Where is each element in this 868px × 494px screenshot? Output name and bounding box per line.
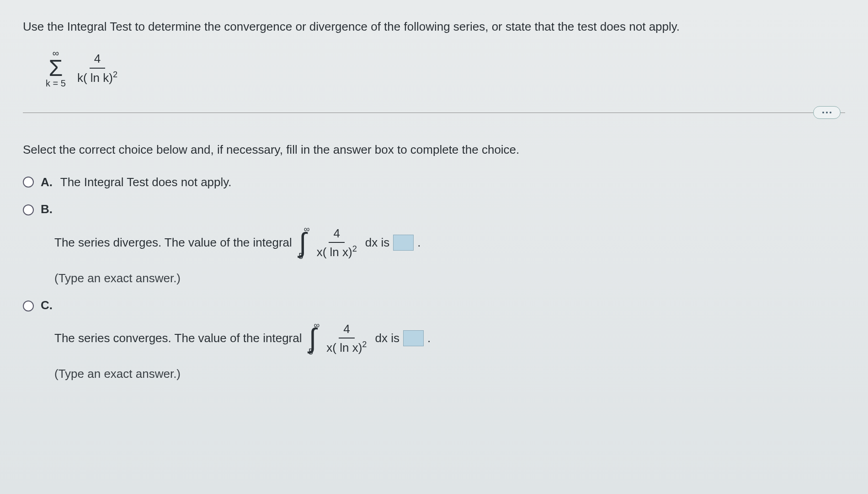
choice-b-dx-is: dx is [365, 236, 389, 250]
problem-statement: Use the Integral Test to determine the c… [23, 18, 845, 35]
sigma-glyph: Σ [49, 57, 63, 80]
choice-a-letter: A. [41, 175, 53, 189]
sigma-lower-bound: k = 5 [46, 79, 66, 88]
int-frac-num-b: 4 [329, 226, 344, 243]
sigma-symbol: ∞ Σ k = 5 [46, 48, 66, 88]
choice-c-period: . [427, 331, 431, 345]
series-expression: ∞ Σ k = 5 4 k( ln k)2 [46, 48, 845, 88]
choice-c-integral: ∞ ∫ 5 4 x( ln x)2 [306, 322, 372, 355]
choice-a-text: The Integral Test does not apply. [60, 175, 232, 189]
choice-b-prefix: The series diverges. The value of the in… [54, 236, 292, 250]
choice-a: A. The Integral Test does not apply. [23, 175, 845, 189]
radio-a[interactable] [23, 177, 34, 188]
choice-b-letter: B. [41, 202, 53, 216]
int-lower-c: 5 [309, 348, 313, 355]
more-options-button[interactable] [813, 106, 841, 119]
choice-b-period: . [417, 236, 421, 250]
fraction-denominator: k( ln k)2 [73, 69, 122, 85]
int-frac-num-c: 4 [339, 322, 354, 338]
choice-c: C. The series converges. The value of th… [23, 299, 845, 381]
choice-b-integral: ∞ ∫ 5 4 x( ln x)2 [296, 226, 362, 259]
choice-b: B. The series diverges. The value of the… [23, 203, 845, 285]
answer-input-b[interactable] [393, 235, 414, 251]
divider-row [23, 106, 845, 120]
choice-c-hint: (Type an exact answer.) [54, 367, 845, 381]
radio-c[interactable] [23, 301, 34, 311]
choice-c-prefix: The series converges. The value of the i… [54, 331, 302, 345]
instruction-text: Select the correct choice below and, if … [23, 143, 845, 157]
answer-input-c[interactable] [403, 330, 424, 346]
series-fraction: 4 k( ln k)2 [73, 52, 122, 85]
radio-b[interactable] [23, 204, 34, 215]
choice-c-letter: C. [41, 298, 53, 312]
fraction-numerator: 4 [90, 52, 105, 68]
int-frac-den-c: x( ln x)2 [322, 338, 371, 355]
choice-b-hint: (Type an exact answer.) [54, 271, 845, 285]
denominator-base: k( ln k) [77, 70, 113, 84]
divider-line [23, 113, 845, 113]
int-lower-b: 5 [298, 252, 303, 260]
choice-c-dx-is: dx is [375, 331, 399, 345]
int-frac-den-b: x( ln x)2 [312, 243, 362, 259]
denominator-exponent: 2 [113, 70, 117, 79]
